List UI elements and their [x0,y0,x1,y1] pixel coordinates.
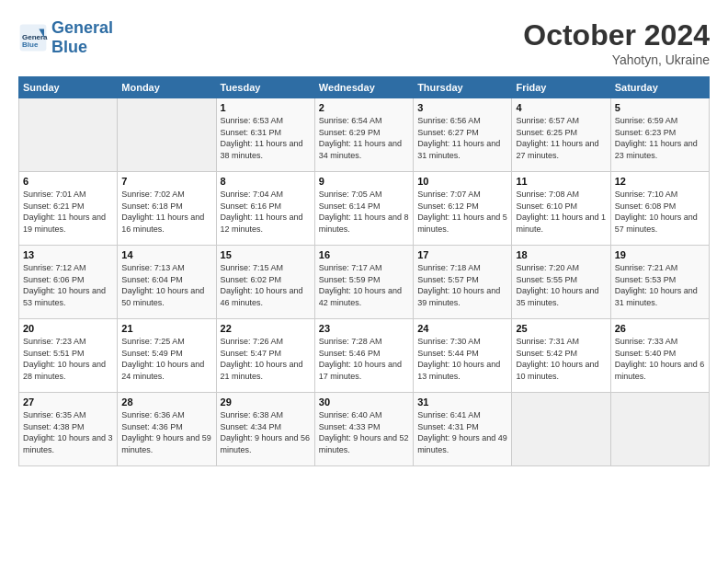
day-number: 9 [319,176,409,187]
day-number: 29 [221,396,311,408]
day-header-tuesday: Tuesday [216,77,314,98]
calendar-table: SundayMondayTuesdayWednesdayThursdayFrid… [18,76,710,466]
week-row-1: 1 Sunrise: 6:53 AMSunset: 6:31 PMDayligh… [19,98,710,172]
location-subtitle: Yahotyn, Ukraine [523,52,710,67]
day-number: 6 [23,176,113,187]
day-info: Sunrise: 6:53 AMSunset: 6:31 PMDaylight:… [221,115,311,161]
day-info: Sunrise: 6:35 AMSunset: 4:38 PMDaylight:… [23,409,113,455]
calendar-cell: 29 Sunrise: 6:38 AMSunset: 4:34 PMDaylig… [216,393,314,466]
calendar-cell: 24 Sunrise: 7:30 AMSunset: 5:44 PMDaylig… [414,319,512,393]
day-header-monday: Monday [118,77,216,98]
calendar-cell: 2 Sunrise: 6:54 AMSunset: 6:29 PMDayligh… [314,98,413,172]
calendar-cell: 23 Sunrise: 7:28 AMSunset: 5:46 PMDaylig… [314,319,413,393]
calendar-cell: 19 Sunrise: 7:21 AMSunset: 5:53 PMDaylig… [610,246,709,319]
day-number: 25 [516,323,606,334]
day-number: 17 [417,249,507,260]
calendar-cell: 1 Sunrise: 6:53 AMSunset: 6:31 PMDayligh… [216,98,314,172]
day-number: 16 [319,249,409,260]
days-header-row: SundayMondayTuesdayWednesdayThursdayFrid… [19,77,710,98]
svg-text:Blue: Blue [22,40,39,49]
day-header-saturday: Saturday [610,77,709,98]
day-info: Sunrise: 7:04 AMSunset: 6:16 PMDaylight:… [221,189,311,235]
calendar-cell: 12 Sunrise: 7:10 AMSunset: 6:08 PMDaylig… [610,172,709,246]
day-info: Sunrise: 6:36 AMSunset: 4:36 PMDaylight:… [121,409,211,455]
calendar-cell: 9 Sunrise: 7:05 AMSunset: 6:14 PMDayligh… [314,172,413,246]
calendar-cell: 28 Sunrise: 6:36 AMSunset: 4:36 PMDaylig… [118,393,216,466]
month-title: October 2024 [523,18,710,52]
day-number: 31 [417,396,507,408]
logo: General Blue GeneralBlue [18,18,113,57]
day-number: 7 [121,176,211,187]
calendar-cell: 16 Sunrise: 7:17 AMSunset: 5:59 PMDaylig… [314,246,413,319]
page-header: General Blue GeneralBlue October 2024 Ya… [18,18,710,67]
day-info: Sunrise: 6:40 AMSunset: 4:33 PMDaylight:… [319,409,409,455]
calendar-cell [19,98,118,172]
calendar-cell: 22 Sunrise: 7:26 AMSunset: 5:47 PMDaylig… [216,319,314,393]
calendar-cell: 15 Sunrise: 7:15 AMSunset: 6:02 PMDaylig… [216,246,314,319]
day-header-thursday: Thursday [414,77,512,98]
day-number: 28 [121,396,211,408]
day-info: Sunrise: 7:02 AMSunset: 6:18 PMDaylight:… [121,189,211,235]
calendar-cell: 27 Sunrise: 6:35 AMSunset: 4:38 PMDaylig… [19,393,118,466]
day-info: Sunrise: 7:26 AMSunset: 5:47 PMDaylight:… [221,336,311,382]
day-number: 12 [615,176,705,187]
day-number: 19 [615,249,705,260]
day-number: 2 [319,102,409,113]
calendar-cell: 11 Sunrise: 7:08 AMSunset: 6:10 PMDaylig… [512,172,610,246]
calendar-cell: 25 Sunrise: 7:31 AMSunset: 5:42 PMDaylig… [512,319,610,393]
day-number: 21 [121,323,211,334]
calendar-cell: 30 Sunrise: 6:40 AMSunset: 4:33 PMDaylig… [314,393,413,466]
day-info: Sunrise: 7:13 AMSunset: 6:04 PMDaylight:… [121,262,211,308]
day-info: Sunrise: 7:33 AMSunset: 5:40 PMDaylight:… [615,336,705,382]
title-area: October 2024 Yahotyn, Ukraine [523,18,710,67]
day-info: Sunrise: 7:23 AMSunset: 5:51 PMDaylight:… [23,336,113,382]
day-number: 1 [221,102,311,113]
day-info: Sunrise: 6:59 AMSunset: 6:23 PMDaylight:… [615,115,705,161]
day-number: 23 [319,323,409,334]
calendar-cell [118,98,216,172]
day-info: Sunrise: 7:15 AMSunset: 6:02 PMDaylight:… [221,262,311,308]
logo-icon: General Blue [18,23,48,52]
day-number: 14 [121,249,211,260]
calendar-cell: 6 Sunrise: 7:01 AMSunset: 6:21 PMDayligh… [19,172,118,246]
day-number: 20 [23,323,113,334]
calendar-cell: 14 Sunrise: 7:13 AMSunset: 6:04 PMDaylig… [118,246,216,319]
week-row-3: 13 Sunrise: 7:12 AMSunset: 6:06 PMDaylig… [19,246,710,319]
day-number: 26 [615,323,705,334]
calendar-cell: 17 Sunrise: 7:18 AMSunset: 5:57 PMDaylig… [414,246,512,319]
day-info: Sunrise: 6:56 AMSunset: 6:27 PMDaylight:… [417,115,507,161]
day-number: 18 [516,249,606,260]
day-info: Sunrise: 7:18 AMSunset: 5:57 PMDaylight:… [417,262,507,308]
day-info: Sunrise: 7:25 AMSunset: 5:49 PMDaylight:… [121,336,211,382]
week-row-4: 20 Sunrise: 7:23 AMSunset: 5:51 PMDaylig… [19,319,710,393]
day-info: Sunrise: 7:10 AMSunset: 6:08 PMDaylight:… [615,189,705,235]
calendar-cell [610,393,709,466]
day-info: Sunrise: 6:41 AMSunset: 4:31 PMDaylight:… [417,409,507,455]
day-number: 8 [221,176,311,187]
day-info: Sunrise: 7:30 AMSunset: 5:44 PMDaylight:… [417,336,507,382]
week-row-2: 6 Sunrise: 7:01 AMSunset: 6:21 PMDayligh… [19,172,710,246]
day-info: Sunrise: 6:38 AMSunset: 4:34 PMDaylight:… [221,409,311,455]
calendar-cell: 31 Sunrise: 6:41 AMSunset: 4:31 PMDaylig… [414,393,512,466]
calendar-cell: 3 Sunrise: 6:56 AMSunset: 6:27 PMDayligh… [414,98,512,172]
calendar-cell: 10 Sunrise: 7:07 AMSunset: 6:12 PMDaylig… [414,172,512,246]
day-number: 15 [221,249,311,260]
day-info: Sunrise: 7:05 AMSunset: 6:14 PMDaylight:… [319,189,409,235]
calendar-header: SundayMondayTuesdayWednesdayThursdayFrid… [19,77,710,98]
day-info: Sunrise: 7:21 AMSunset: 5:53 PMDaylight:… [615,262,705,308]
calendar-cell: 4 Sunrise: 6:57 AMSunset: 6:25 PMDayligh… [512,98,610,172]
day-number: 4 [516,102,606,113]
logo-text: GeneralBlue [51,18,113,57]
day-header-friday: Friday [512,77,610,98]
calendar-cell: 5 Sunrise: 6:59 AMSunset: 6:23 PMDayligh… [610,98,709,172]
day-info: Sunrise: 6:57 AMSunset: 6:25 PMDaylight:… [516,115,606,161]
day-info: Sunrise: 7:08 AMSunset: 6:10 PMDaylight:… [516,189,606,235]
calendar-cell: 26 Sunrise: 7:33 AMSunset: 5:40 PMDaylig… [610,319,709,393]
calendar-body: 1 Sunrise: 6:53 AMSunset: 6:31 PMDayligh… [19,98,710,466]
calendar-cell: 13 Sunrise: 7:12 AMSunset: 6:06 PMDaylig… [19,246,118,319]
day-header-wednesday: Wednesday [314,77,413,98]
calendar-cell: 21 Sunrise: 7:25 AMSunset: 5:49 PMDaylig… [118,319,216,393]
day-info: Sunrise: 7:28 AMSunset: 5:46 PMDaylight:… [319,336,409,382]
calendar-cell: 7 Sunrise: 7:02 AMSunset: 6:18 PMDayligh… [118,172,216,246]
day-number: 24 [417,323,507,334]
